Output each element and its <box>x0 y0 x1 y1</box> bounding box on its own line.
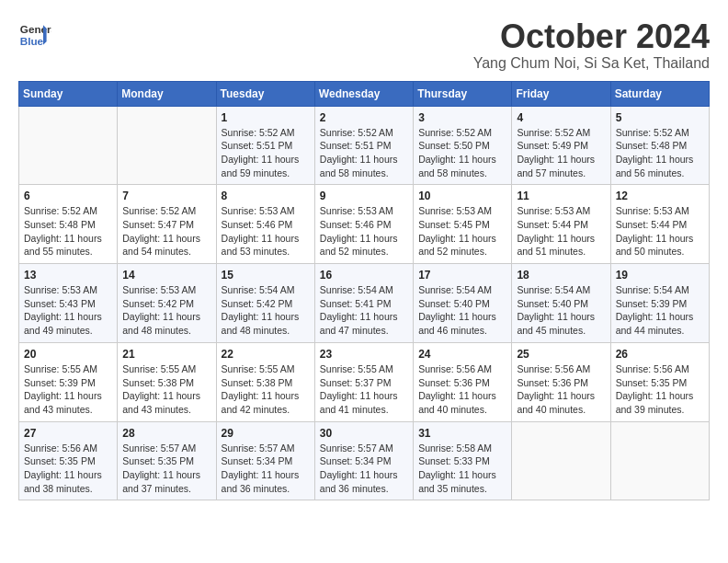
calendar-table: SundayMondayTuesdayWednesdayThursdayFrid… <box>18 81 710 501</box>
day-detail: Sunrise: 5:52 AM Sunset: 5:47 PM Dayligh… <box>122 204 210 259</box>
calendar-cell: 13Sunrise: 5:53 AM Sunset: 5:43 PM Dayli… <box>19 264 118 343</box>
day-detail: Sunrise: 5:56 AM Sunset: 5:35 PM Dayligh… <box>24 442 112 496</box>
day-number: 27 <box>24 427 112 440</box>
day-detail: Sunrise: 5:56 AM Sunset: 5:35 PM Dayligh… <box>616 362 704 417</box>
day-number: 15 <box>222 269 310 282</box>
day-detail: Sunrise: 5:53 AM Sunset: 5:46 PM Dayligh… <box>320 204 408 259</box>
day-detail: Sunrise: 5:57 AM Sunset: 5:34 PM Dayligh… <box>222 442 310 496</box>
calendar-cell: 5Sunrise: 5:52 AM Sunset: 5:48 PM Daylig… <box>610 106 709 185</box>
weekday-header: Monday <box>118 81 216 106</box>
day-number: 18 <box>517 269 605 282</box>
calendar-cell: 10Sunrise: 5:53 AM Sunset: 5:45 PM Dayli… <box>414 185 512 264</box>
calendar-cell: 7Sunrise: 5:52 AM Sunset: 5:47 PM Daylig… <box>118 185 216 264</box>
day-number: 1 <box>222 111 310 124</box>
day-number: 13 <box>24 269 112 282</box>
calendar-cell <box>118 106 216 185</box>
day-detail: Sunrise: 5:52 AM Sunset: 5:50 PM Dayligh… <box>418 126 506 180</box>
day-number: 10 <box>418 190 506 202</box>
day-detail: Sunrise: 5:56 AM Sunset: 5:36 PM Dayligh… <box>418 362 506 417</box>
calendar-cell: 8Sunrise: 5:53 AM Sunset: 5:46 PM Daylig… <box>216 185 314 264</box>
day-number: 14 <box>122 269 210 282</box>
weekday-header: Wednesday <box>314 81 413 106</box>
day-number: 17 <box>418 269 506 282</box>
day-number: 3 <box>418 111 506 124</box>
day-detail: Sunrise: 5:54 AM Sunset: 5:40 PM Dayligh… <box>517 283 605 338</box>
calendar-cell: 20Sunrise: 5:55 AM Sunset: 5:39 PM Dayli… <box>19 342 118 421</box>
day-number: 21 <box>122 348 210 361</box>
day-number: 8 <box>222 190 310 202</box>
day-detail: Sunrise: 5:52 AM Sunset: 5:51 PM Dayligh… <box>320 126 408 180</box>
calendar-cell: 4Sunrise: 5:52 AM Sunset: 5:49 PM Daylig… <box>512 106 610 185</box>
day-number: 25 <box>517 348 605 361</box>
calendar-cell: 6Sunrise: 5:52 AM Sunset: 5:48 PM Daylig… <box>19 185 118 264</box>
day-number: 19 <box>616 269 704 282</box>
day-detail: Sunrise: 5:58 AM Sunset: 5:33 PM Dayligh… <box>418 442 506 496</box>
title-section: October 2024 Yang Chum Noi, Si Sa Ket, T… <box>473 18 710 72</box>
calendar-cell: 24Sunrise: 5:56 AM Sunset: 5:36 PM Dayli… <box>414 342 512 421</box>
day-detail: Sunrise: 5:57 AM Sunset: 5:35 PM Dayligh… <box>122 442 210 496</box>
day-detail: Sunrise: 5:52 AM Sunset: 5:48 PM Dayligh… <box>24 204 112 259</box>
calendar-cell: 12Sunrise: 5:53 AM Sunset: 5:44 PM Dayli… <box>610 185 709 264</box>
day-detail: Sunrise: 5:53 AM Sunset: 5:44 PM Dayligh… <box>616 204 704 259</box>
calendar-week-row: 20Sunrise: 5:55 AM Sunset: 5:39 PM Dayli… <box>19 342 710 421</box>
day-detail: Sunrise: 5:55 AM Sunset: 5:37 PM Dayligh… <box>320 362 408 417</box>
logo: General Blue <box>18 18 51 52</box>
day-detail: Sunrise: 5:53 AM Sunset: 5:43 PM Dayligh… <box>24 283 112 338</box>
calendar-week-row: 6Sunrise: 5:52 AM Sunset: 5:48 PM Daylig… <box>19 185 710 264</box>
calendar-cell: 31Sunrise: 5:58 AM Sunset: 5:33 PM Dayli… <box>414 421 512 500</box>
day-detail: Sunrise: 5:53 AM Sunset: 5:45 PM Dayligh… <box>418 204 506 259</box>
weekday-header: Sunday <box>19 81 118 106</box>
calendar-cell: 15Sunrise: 5:54 AM Sunset: 5:42 PM Dayli… <box>216 264 314 343</box>
day-number: 9 <box>320 190 408 202</box>
calendar-cell: 29Sunrise: 5:57 AM Sunset: 5:34 PM Dayli… <box>216 421 314 500</box>
weekday-header: Thursday <box>414 81 512 106</box>
day-detail: Sunrise: 5:54 AM Sunset: 5:42 PM Dayligh… <box>222 283 310 338</box>
calendar-cell: 30Sunrise: 5:57 AM Sunset: 5:34 PM Dayli… <box>314 421 413 500</box>
calendar-cell: 25Sunrise: 5:56 AM Sunset: 5:36 PM Dayli… <box>512 342 610 421</box>
day-detail: Sunrise: 5:56 AM Sunset: 5:36 PM Dayligh… <box>517 362 605 417</box>
calendar-cell: 1Sunrise: 5:52 AM Sunset: 5:51 PM Daylig… <box>216 106 314 185</box>
calendar-cell: 23Sunrise: 5:55 AM Sunset: 5:37 PM Dayli… <box>314 342 413 421</box>
svg-text:Blue: Blue <box>20 35 44 47</box>
day-detail: Sunrise: 5:55 AM Sunset: 5:39 PM Dayligh… <box>24 362 112 417</box>
calendar-cell: 2Sunrise: 5:52 AM Sunset: 5:51 PM Daylig… <box>314 106 413 185</box>
calendar-cell <box>610 421 709 500</box>
calendar-cell: 28Sunrise: 5:57 AM Sunset: 5:35 PM Dayli… <box>118 421 216 500</box>
month-title: October 2024 <box>473 18 710 55</box>
day-detail: Sunrise: 5:54 AM Sunset: 5:39 PM Dayligh… <box>616 283 704 338</box>
day-number: 16 <box>320 269 408 282</box>
weekday-header-row: SundayMondayTuesdayWednesdayThursdayFrid… <box>19 81 710 106</box>
weekday-header: Tuesday <box>216 81 314 106</box>
day-number: 2 <box>320 111 408 124</box>
calendar-cell: 14Sunrise: 5:53 AM Sunset: 5:42 PM Dayli… <box>118 264 216 343</box>
day-detail: Sunrise: 5:53 AM Sunset: 5:42 PM Dayligh… <box>122 283 210 338</box>
day-detail: Sunrise: 5:54 AM Sunset: 5:40 PM Dayligh… <box>418 283 506 338</box>
day-number: 4 <box>517 111 605 124</box>
day-detail: Sunrise: 5:55 AM Sunset: 5:38 PM Dayligh… <box>122 362 210 417</box>
calendar-week-row: 1Sunrise: 5:52 AM Sunset: 5:51 PM Daylig… <box>19 106 710 185</box>
calendar-cell: 21Sunrise: 5:55 AM Sunset: 5:38 PM Dayli… <box>118 342 216 421</box>
calendar-cell: 16Sunrise: 5:54 AM Sunset: 5:41 PM Dayli… <box>314 264 413 343</box>
calendar-cell: 9Sunrise: 5:53 AM Sunset: 5:46 PM Daylig… <box>314 185 413 264</box>
day-detail: Sunrise: 5:52 AM Sunset: 5:51 PM Dayligh… <box>222 126 310 180</box>
calendar-cell: 11Sunrise: 5:53 AM Sunset: 5:44 PM Dayli… <box>512 185 610 264</box>
page-header: General Blue October 2024 Yang Chum Noi,… <box>18 18 710 72</box>
day-detail: Sunrise: 5:53 AM Sunset: 5:44 PM Dayligh… <box>517 204 605 259</box>
calendar-cell: 19Sunrise: 5:54 AM Sunset: 5:39 PM Dayli… <box>610 264 709 343</box>
location-title: Yang Chum Noi, Si Sa Ket, Thailand <box>473 55 710 72</box>
day-number: 20 <box>24 348 112 361</box>
calendar-cell: 3Sunrise: 5:52 AM Sunset: 5:50 PM Daylig… <box>414 106 512 185</box>
calendar-week-row: 13Sunrise: 5:53 AM Sunset: 5:43 PM Dayli… <box>19 264 710 343</box>
day-number: 11 <box>517 190 605 202</box>
calendar-cell: 22Sunrise: 5:55 AM Sunset: 5:38 PM Dayli… <box>216 342 314 421</box>
day-number: 7 <box>122 190 210 202</box>
day-number: 6 <box>24 190 112 202</box>
weekday-header: Friday <box>512 81 610 106</box>
calendar-week-row: 27Sunrise: 5:56 AM Sunset: 5:35 PM Dayli… <box>19 421 710 500</box>
day-number: 30 <box>320 427 408 440</box>
calendar-cell <box>19 106 118 185</box>
calendar-cell <box>512 421 610 500</box>
day-number: 5 <box>616 111 704 124</box>
calendar-cell: 18Sunrise: 5:54 AM Sunset: 5:40 PM Dayli… <box>512 264 610 343</box>
day-detail: Sunrise: 5:57 AM Sunset: 5:34 PM Dayligh… <box>320 442 408 496</box>
